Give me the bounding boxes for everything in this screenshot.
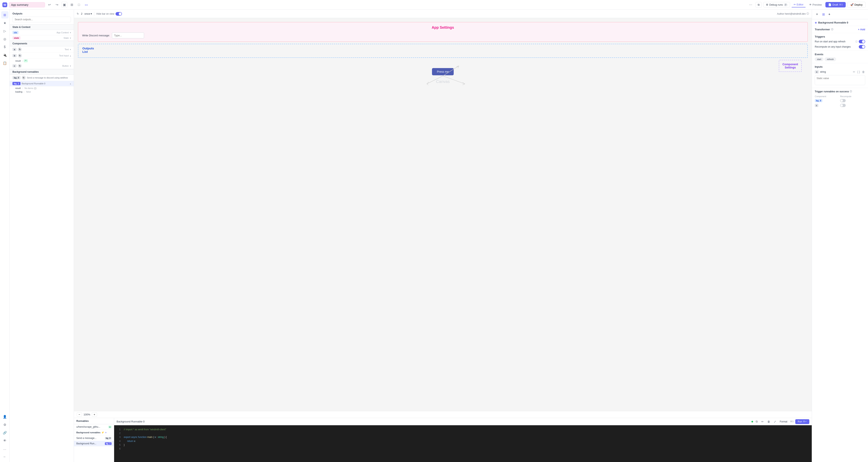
editor-tab[interactable]: ✏ Editor	[792, 2, 806, 7]
hide-bar-toggle[interactable]	[116, 12, 122, 16]
bg1-item[interactable]: bg_1 Background Runnable 0 ▴	[10, 81, 74, 86]
component-b-expand[interactable]: ▴	[70, 55, 71, 57]
edit-icon-button[interactable]: ✏	[760, 420, 765, 424]
code-line-1: 1 // import * as wmill from "windmill-cl…	[117, 428, 808, 431]
format-shortcut: ⌘S	[790, 420, 794, 423]
component-b-tag: b	[12, 54, 17, 57]
sidebar-item-star[interactable]: ★	[1, 19, 8, 27]
press-me-button[interactable]: Press me	[432, 68, 454, 75]
discord-input[interactable]	[112, 33, 144, 38]
component-c-tag: c	[12, 64, 17, 67]
add-transformer-button[interactable]: + DeployAdd	[858, 28, 865, 31]
state-expand-icon[interactable]: ▾	[70, 37, 71, 39]
success-info-icon[interactable]: ⓘ	[850, 90, 852, 93]
mobile-button[interactable]: □	[76, 2, 82, 8]
runnable-icon: ◈	[815, 21, 817, 24]
component-c-item[interactable]: c ↻ Button ▾	[10, 63, 74, 69]
ctx-expand-icon[interactable]: ▾	[70, 32, 71, 34]
component-b-icon[interactable]: ↻	[18, 54, 22, 58]
frequency-select[interactable]: once ▾	[84, 12, 92, 15]
bg1-result-key: result	[15, 87, 21, 89]
desktop-button[interactable]: ▭	[83, 2, 89, 8]
component-c-expand[interactable]: ▾	[70, 65, 71, 67]
bg1-expand[interactable]: ▴	[70, 82, 71, 85]
sidebar-item-play[interactable]: ▷	[1, 27, 8, 35]
sidebar-item-dollar[interactable]: $	[1, 43, 8, 51]
run-button[interactable]: Run ⌘↵	[795, 419, 809, 424]
component-a-item[interactable]: a ↻ Text ▾	[10, 46, 74, 53]
zoom-in-button[interactable]: +	[92, 412, 97, 417]
split-view-button[interactable]: ⧉	[755, 2, 762, 8]
static-value-textarea[interactable]	[815, 75, 865, 85]
trigger-1-info-icon[interactable]: ⓘ	[855, 40, 858, 43]
bg-item-1[interactable]: Background Run... bg_1	[74, 441, 114, 446]
c-recompute-toggle[interactable]	[840, 104, 846, 107]
ctx-type: App Context	[57, 31, 69, 34]
bg0-list-tag: bg_0	[105, 437, 112, 439]
edit-input-button[interactable]: ✏	[852, 70, 856, 74]
format-label: Format	[779, 420, 788, 424]
align-icon-button[interactable]: ▣	[61, 2, 67, 8]
ctx-item[interactable]: ctx App Context ▾	[10, 30, 74, 35]
outputs-list-region: OutputsList	[78, 44, 808, 58]
runnable-list-item-scrape[interactable]: u/henri/scrape_githu... c	[74, 424, 114, 430]
state-context-section: State & Context	[10, 24, 74, 30]
component-a-expand[interactable]: ▾	[70, 48, 71, 51]
trigger-1-toggle[interactable]	[859, 40, 865, 43]
sidebar-item-target[interactable]: ◎	[1, 35, 8, 42]
sidebar-item-more[interactable]: …	[1, 445, 8, 452]
bg0-recompute-toggle[interactable]	[840, 99, 846, 102]
expand-icon-button[interactable]: ⤢	[773, 420, 777, 424]
editor-title: Background Runnable 0	[117, 420, 750, 423]
status-dot	[751, 421, 753, 423]
star-tab-icon[interactable]: ✦	[827, 12, 831, 17]
zoom-out-button[interactable]: −	[77, 412, 82, 417]
undo-button[interactable]: ↩	[46, 2, 53, 8]
code-input-button[interactable]: { }	[857, 70, 860, 74]
delete-input-button[interactable]: 🗑	[862, 70, 865, 74]
preview-tab[interactable]: 👁 Preview	[807, 2, 824, 7]
state-item[interactable]: state State ▾	[10, 35, 74, 41]
add-component-button[interactable]: +	[814, 11, 820, 18]
component-a-icon[interactable]: ↻	[18, 47, 22, 52]
trigger-2-toggle[interactable]	[859, 45, 865, 48]
app-name-input[interactable]	[9, 2, 45, 7]
bg0-icon[interactable]: ↻	[22, 76, 26, 80]
component-a-tag: a	[12, 48, 17, 51]
delete-icon-button[interactable]: 🗑	[766, 420, 771, 424]
component-b-item[interactable]: b ↻ Text Input ▴	[10, 53, 74, 59]
grid-tab-icon[interactable]: ⊞	[822, 12, 826, 17]
component-b-result: result : ""	[10, 59, 74, 63]
copy-icon-button[interactable]: ⧉	[755, 420, 759, 424]
result-key: result	[15, 60, 21, 62]
deploy-button[interactable]: 🚀 Deploy	[847, 2, 866, 8]
deploy-icon: 🚀	[850, 3, 854, 6]
code-editor[interactable]: 1 // import * as wmill from "windmill-cl…	[114, 425, 812, 462]
sidebar-item-eye[interactable]: 👁	[1, 437, 8, 444]
redo-button[interactable]: ↪	[54, 2, 60, 8]
toolbar-divider	[94, 12, 94, 16]
topbar: W ↩ ↪ ▣ ⊞ □ ▭ ⋯ ⧉ ⚙ Debug runs 7 ✏ Edito…	[0, 0, 868, 10]
search-input[interactable]	[12, 16, 71, 22]
hide-bar-control: Hide bar on view	[96, 12, 122, 16]
component-c-icon[interactable]: ↻	[18, 64, 22, 68]
sidebar-item-clipboard[interactable]: 📋	[1, 59, 8, 67]
bg-item-0[interactable]: Send a message... bg_0	[74, 435, 114, 441]
sidebar-item-user[interactable]: 👤	[1, 413, 8, 420]
draft-button[interactable]: 📄 Draft ⌘S	[826, 2, 846, 7]
add-bg-runnable-button[interactable]: +	[105, 431, 107, 434]
sidebar-item-plugin[interactable]: 🔌	[1, 52, 8, 59]
sidebar-item-settings[interactable]: ⚙	[1, 421, 8, 428]
more-button[interactable]: ⋯	[747, 2, 754, 8]
canvas-main[interactable]: App Settings Write Discord message: Outp…	[74, 18, 812, 411]
sidebar-item-collapse[interactable]: ←	[1, 453, 8, 460]
bg0-item[interactable]: bg_0 ↻ Send a message to discord using w…	[10, 75, 74, 81]
info-icon: ⓘ	[807, 12, 809, 15]
debug-button[interactable]: ⚙ Debug runs 7	[763, 2, 790, 7]
event-start-badge: start	[815, 58, 824, 61]
hide-bar-label: Hide bar on view	[96, 12, 114, 15]
transformer-info-icon[interactable]: ⓘ	[831, 28, 833, 31]
sidebar-item-grid[interactable]: ⊞	[1, 11, 8, 19]
expand-button[interactable]: ⊞	[69, 2, 75, 8]
sidebar-item-link[interactable]: 🔗	[1, 429, 8, 436]
